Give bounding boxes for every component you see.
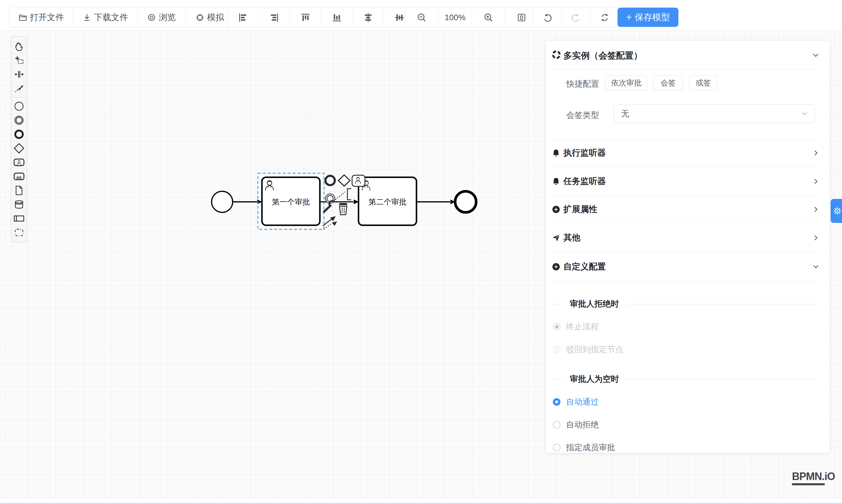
create-data-store[interactable]	[12, 197, 26, 212]
zoom-in-button[interactable]	[472, 8, 505, 27]
zoom-out-button[interactable]	[405, 8, 438, 27]
create-end-event[interactable]	[12, 127, 26, 141]
radio-label: 终止流程	[566, 321, 599, 332]
folder-open-icon	[18, 13, 28, 22]
button-label: 会签	[661, 78, 676, 88]
section-extended-properties[interactable]: 扩展属性	[546, 195, 829, 223]
reject-group-title: 审批人拒绝时	[570, 299, 619, 309]
create-gateway[interactable]	[12, 141, 26, 155]
open-file-button[interactable]: 打开文件	[9, 8, 73, 27]
sequence-flow-3[interactable]	[417, 199, 455, 204]
task-label: 第一个审批	[272, 197, 310, 206]
bpmn-io-logo[interactable]: BPMN.iO	[792, 470, 835, 485]
create-group[interactable]	[12, 226, 26, 239]
align-top-icon	[301, 13, 311, 22]
chevron-right-icon	[812, 206, 820, 213]
panel-toggle-tab[interactable]	[830, 199, 842, 223]
download-file-button[interactable]: 下载文件	[73, 8, 137, 27]
end-event-node[interactable]	[455, 191, 476, 212]
user-task-node-1[interactable]: 第一个审批	[262, 177, 320, 225]
panel-title: 多实例（会签配置）	[563, 50, 643, 62]
radio-auto-pass[interactable]: 自动通过	[553, 396, 599, 408]
fit-viewport-icon	[516, 13, 527, 22]
append-end-event-icon[interactable]	[326, 176, 335, 185]
section-label: 任务监听器	[563, 176, 606, 187]
align-top-button[interactable]	[290, 8, 321, 27]
radio-auto-reject[interactable]: 自动拒绝	[553, 419, 599, 430]
bell-icon	[552, 149, 561, 157]
radio-assign-member[interactable]: 指定成员审批	[553, 442, 615, 453]
task-label: 第二个审批	[368, 197, 406, 206]
preview-button[interactable]: 浏览	[137, 8, 186, 27]
radio-icon	[553, 323, 560, 330]
save-model-label: 保存模型	[635, 12, 670, 23]
append-gateway-icon[interactable]	[338, 175, 350, 186]
section-label: 扩展属性	[563, 203, 597, 215]
panel-header[interactable]: 多实例（会签配置）	[546, 46, 829, 63]
download-icon	[82, 13, 92, 22]
quick-config-countersign-button[interactable]: 会签	[653, 75, 683, 90]
align-bottom-button[interactable]	[321, 8, 353, 27]
save-model-button[interactable]: + 保存模型	[617, 7, 679, 27]
simulate-button[interactable]: 模拟	[186, 8, 233, 27]
bottom-edge-strip	[0, 503, 842, 504]
section-custom-config[interactable]: 自定义配置	[546, 253, 829, 281]
radio-icon	[553, 444, 560, 451]
create-participant[interactable]	[12, 212, 26, 226]
palette-separator	[14, 97, 24, 97]
align-horizontal-center-button[interactable]	[353, 8, 384, 27]
create-data-object[interactable]	[12, 183, 26, 197]
radio-icon	[553, 346, 560, 353]
undo-button[interactable]	[533, 8, 562, 27]
align-button-group	[227, 7, 415, 28]
chevron-down-icon[interactable]	[812, 52, 820, 59]
gear-icon	[833, 206, 842, 215]
radio-icon	[553, 398, 560, 406]
preview-label: 浏览	[159, 12, 176, 23]
reset-icon-button[interactable]	[590, 8, 619, 27]
append-text-annotation-icon[interactable]	[334, 189, 351, 201]
button-label: 依次审批	[611, 78, 642, 88]
zoom-level-display[interactable]: 100%	[438, 8, 472, 27]
section-label: 执行监听器	[563, 147, 606, 159]
download-file-label: 下载文件	[94, 12, 128, 23]
create-start-event[interactable]	[12, 99, 26, 113]
align-right-button[interactable]	[259, 8, 290, 27]
connect-tool-icon[interactable]	[323, 216, 337, 229]
chevron-right-icon	[812, 178, 820, 185]
zoom-button-group: 100%	[405, 7, 538, 28]
user-task-node-2[interactable]: 第二个审批	[358, 177, 417, 225]
chevron-down-icon	[812, 263, 820, 270]
section-execution-listener[interactable]: 执行监听器	[546, 139, 829, 167]
history-button-group	[533, 7, 619, 28]
create-user-task[interactable]	[12, 155, 26, 169]
chevron-right-icon	[812, 234, 820, 241]
radio-return-to-node[interactable]: 驳回到指定节点	[553, 344, 624, 355]
zoom-in-icon	[484, 13, 493, 22]
plus-circle-icon	[552, 205, 561, 214]
align-left-button[interactable]	[227, 8, 259, 27]
radio-terminate-process[interactable]: 终止流程	[553, 321, 599, 332]
section-other[interactable]: 其他	[546, 224, 829, 252]
radio-label: 指定成员审批	[566, 442, 615, 453]
start-event-node[interactable]	[212, 191, 233, 212]
global-connect-tool[interactable]	[12, 81, 26, 95]
redo-icon	[571, 13, 581, 22]
create-intermediate-event[interactable]	[12, 113, 26, 127]
align-bottom-icon	[332, 13, 342, 22]
align-horizontal-center-icon	[363, 13, 373, 22]
sign-type-select[interactable]: 无	[614, 104, 815, 123]
create-call-activity[interactable]	[12, 169, 26, 183]
append-user-task-icon[interactable]	[352, 175, 365, 186]
section-task-listener[interactable]: 任务监听器	[546, 167, 829, 195]
empty-group-title: 审批人为空时	[570, 374, 619, 385]
lasso-tool[interactable]	[12, 53, 26, 67]
redo-button[interactable]	[562, 8, 590, 27]
hand-tool[interactable]	[12, 39, 26, 53]
zoom-level-value: 100%	[444, 13, 466, 22]
space-tool[interactable]	[12, 67, 26, 81]
logo-underline	[792, 483, 825, 485]
trash-icon[interactable]	[339, 203, 348, 215]
quick-config-orsign-button[interactable]: 或签	[689, 75, 717, 90]
quick-config-sequential-button[interactable]: 依次审批	[605, 75, 647, 90]
